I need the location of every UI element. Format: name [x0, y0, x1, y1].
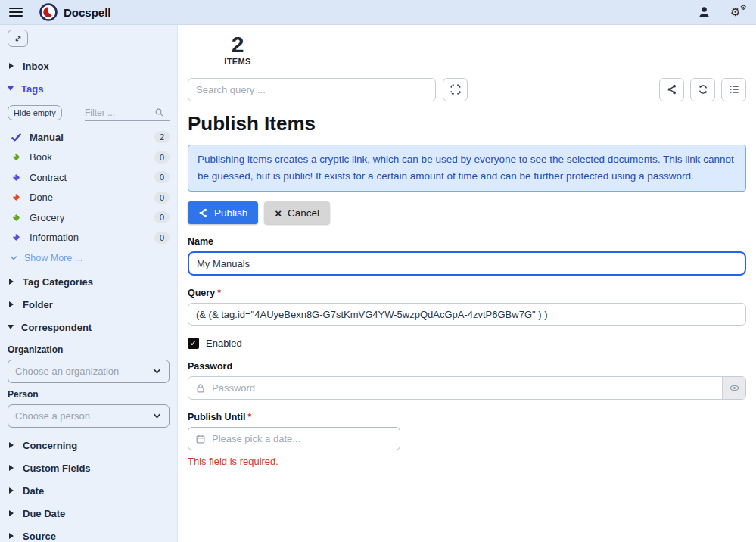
search-toolbar	[188, 78, 746, 101]
tag-count-badge: 0	[154, 232, 170, 244]
validation-error-message: This field is required.	[188, 456, 746, 467]
person-select[interactable]: Choose a person	[8, 404, 170, 428]
query-input[interactable]	[188, 303, 746, 326]
sidebar-item-label: Inbox	[23, 61, 49, 72]
settings-button[interactable]: ⚙ ⚙	[730, 5, 747, 19]
enabled-label: Enabled	[206, 338, 242, 349]
sidebar-item-correspondent[interactable]: Correspondent	[8, 316, 170, 338]
hamburger-menu-icon[interactable]	[9, 8, 23, 17]
sidebar-item-label: Tag Categories	[23, 276, 93, 288]
tag-item-manual[interactable]: Manual 2	[8, 127, 170, 148]
sidebar-item-label: Correspondent	[21, 322, 92, 333]
user-icon	[698, 6, 711, 19]
tag-count-badge: 0	[154, 211, 170, 223]
organization-placeholder: Choose an organization	[15, 366, 152, 377]
refresh-icon	[698, 84, 708, 95]
sidebar-item-concerning[interactable]: Concerning	[8, 434, 170, 456]
tag-item-information[interactable]: Information 0	[8, 228, 170, 248]
search-icon	[154, 107, 164, 117]
tag-filter-input[interactable]	[85, 107, 154, 118]
sidebar-item-date[interactable]: Date	[8, 479, 170, 502]
sidebar-item-due-date[interactable]: Due Date	[8, 502, 170, 525]
action-buttons: Publish × Cancel	[188, 201, 746, 224]
name-input[interactable]	[188, 251, 746, 276]
page-title: Publish Items	[188, 112, 746, 136]
collapse-sidebar-button[interactable]	[8, 30, 28, 47]
app-title: Docspell	[64, 6, 111, 19]
tags-controls: Hide empty	[8, 101, 170, 124]
search-input[interactable]	[188, 78, 436, 101]
share-view-button[interactable]	[659, 78, 684, 101]
tag-label: Information	[30, 232, 79, 243]
tag-item-book[interactable]: Book 0	[8, 148, 170, 168]
date-field-group	[188, 427, 400, 450]
publish-until-input[interactable]	[206, 433, 400, 444]
items-counter: 2 ITEMS	[209, 33, 266, 66]
organization-select[interactable]: Choose an organization	[8, 360, 170, 383]
tag-item-contract[interactable]: Contract 0	[8, 167, 170, 188]
topbar: Docspell ⚙ ⚙	[0, 0, 756, 25]
person-label: Person	[8, 389, 170, 400]
sidebar-item-tag-categories[interactable]: Tag Categories	[8, 270, 170, 293]
tag-label: Book	[30, 151, 52, 163]
sidebar-item-label: Concerning	[23, 440, 77, 451]
refresh-button[interactable]	[690, 78, 715, 101]
sidebar: Inbox Tags Hide empty Manual 2	[0, 25, 178, 542]
person-placeholder: Choose a person	[15, 410, 152, 422]
view-options-button[interactable]	[721, 78, 746, 101]
docspell-logo-icon	[39, 3, 58, 21]
checkbox-checked-icon[interactable]: ✓	[188, 338, 199, 349]
chevron-down-icon	[152, 411, 162, 421]
sidebar-item-label: Date	[23, 485, 44, 497]
main-content: 2 ITEMS	[178, 25, 756, 542]
toggle-password-visibility-button[interactable]	[722, 377, 745, 399]
calendar-icon	[195, 434, 206, 444]
sidebar-item-inbox[interactable]: Inbox	[8, 55, 170, 77]
eye-icon	[729, 382, 740, 394]
cancel-button-label: Cancel	[288, 207, 319, 219]
caret-right-icon	[9, 465, 14, 471]
tag-item-grocery[interactable]: Grocery 0	[8, 207, 170, 228]
user-account-button[interactable]	[698, 6, 711, 19]
sidebar-item-label: Source	[23, 531, 56, 542]
gears-icon: ⚙ ⚙	[730, 5, 747, 19]
tag-label: Grocery	[30, 212, 64, 223]
sidebar-item-folder[interactable]: Folder	[8, 293, 170, 316]
lock-icon	[188, 377, 206, 399]
publish-button[interactable]: Publish	[188, 201, 258, 224]
tag-icon	[11, 172, 22, 183]
caret-right-icon	[9, 279, 14, 285]
tag-count-badge: 0	[154, 171, 170, 183]
sidebar-item-source[interactable]: Source	[8, 525, 170, 542]
sidebar-item-label: Due Date	[23, 508, 65, 519]
check-icon	[11, 132, 22, 143]
cancel-button[interactable]: × Cancel	[264, 201, 330, 224]
publish-info-message: Publishing items creates a cryptic link,…	[188, 145, 746, 192]
sidebar-item-custom-fields[interactable]: Custom Fields	[8, 456, 170, 479]
sidebar-item-label: Tags	[21, 83, 43, 95]
caret-right-icon	[9, 63, 14, 69]
publish-until-label-text: Publish Until	[188, 412, 245, 422]
sidebar-item-tags[interactable]: Tags	[8, 77, 170, 100]
tag-icon	[11, 151, 22, 163]
caret-right-icon	[9, 510, 14, 516]
tag-count-badge: 2	[154, 131, 170, 143]
fullscreen-icon	[450, 84, 461, 95]
query-label: Query*	[188, 288, 746, 298]
tag-item-done[interactable]: Done 0	[8, 188, 170, 208]
tag-count-badge: 0	[154, 192, 170, 204]
password-field-group	[188, 376, 746, 400]
tag-label: Contract	[30, 172, 67, 183]
list-icon	[729, 84, 739, 95]
enabled-checkbox-row[interactable]: ✓ Enabled	[188, 338, 746, 349]
caret-right-icon	[9, 533, 14, 539]
password-input[interactable]	[206, 377, 722, 399]
expand-search-button[interactable]	[443, 78, 468, 101]
sidebar-item-label: Custom Fields	[23, 463, 91, 474]
hide-empty-button[interactable]: Hide empty	[8, 105, 62, 120]
publish-until-label: Publish Until*	[188, 412, 746, 422]
share-icon	[198, 208, 208, 218]
items-count-label: ITEMS	[209, 57, 266, 66]
show-more-link[interactable]: Show More ...	[9, 249, 170, 267]
close-icon: ×	[275, 207, 282, 219]
